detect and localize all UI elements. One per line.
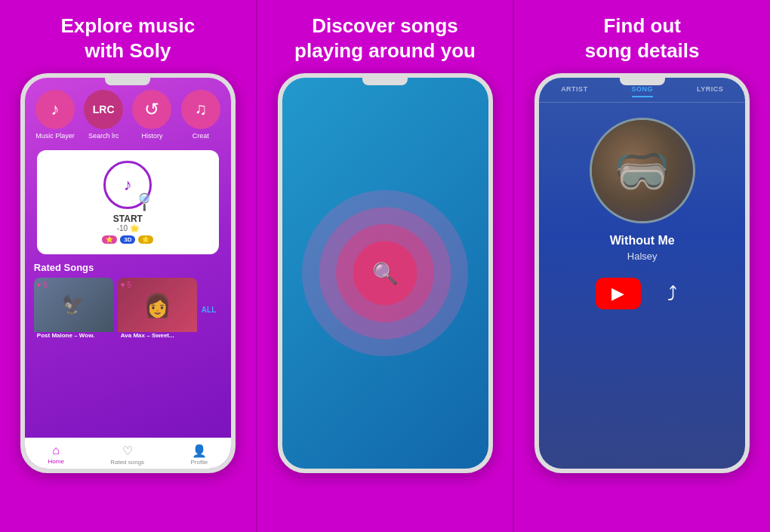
phone-3-screen: ARTIST SONG LYRICS 🥽 Without Me Halsey ▶… <box>539 78 745 469</box>
search-music-icon: ♪ <box>124 175 132 195</box>
youtube-button[interactable]: ▶ <box>596 278 641 309</box>
panel-3-title: Find outsong details <box>578 14 707 63</box>
history-item[interactable]: ↺ History <box>129 90 174 140</box>
nav-rated[interactable]: ♡ Rated songs <box>110 444 144 466</box>
create-icon-circle: ♫ <box>181 90 220 129</box>
nav-profile-label: Profile <box>190 459 208 466</box>
panel-discover: Discover songsplaying around you 🔍 <box>256 0 515 532</box>
create-item[interactable]: ♫ Creat <box>178 90 223 140</box>
search-box[interactable]: ♪ 🔍 START -10 🌟 ⭐ 3D 🌟 <box>37 150 219 254</box>
album-art-inner: 🥽 <box>592 120 693 221</box>
artist-name: Halsey <box>539 251 745 262</box>
nav-home-label: Home <box>48 458 64 465</box>
nav-profile[interactable]: 👤 Profile <box>190 444 208 466</box>
nav-home[interactable]: ⌂ Home <box>48 444 64 466</box>
home-icon: ⌂ <box>52 444 60 457</box>
songs-row: 🦅 ♥ 5 Post Malone – Wow. 👩 ♥ 5 Ava Max –… <box>34 278 222 342</box>
music-note-icon: ♪ <box>51 100 59 119</box>
album-art-decoration: 🥽 <box>614 144 670 198</box>
panel-song-details: Find outsong details ARTIST SONG LYRICS … <box>514 0 770 532</box>
rated-songs-title: Rated Songs <box>34 262 222 273</box>
points-label: -10 🌟 <box>117 224 139 232</box>
share-icon: ⤴ <box>667 282 677 306</box>
create-icon: ♫ <box>194 100 207 119</box>
youtube-icon: ▶ <box>611 284 624 303</box>
start-label: START <box>113 214 143 224</box>
song-detail-tabs: ARTIST SONG LYRICS <box>539 78 745 103</box>
song-thumb-ava-max[interactable]: 👩 ♥ 5 Ava Max – Sweet... <box>118 278 197 342</box>
badge-emoji: 🌟 <box>138 235 153 244</box>
song-thumb-post-malone[interactable]: 🦅 ♥ 5 Post Malone – Wow. <box>34 278 113 342</box>
share-button[interactable]: ⤴ <box>656 277 689 310</box>
badge-3d: 3D <box>120 235 135 244</box>
song-title: Without Me <box>539 234 745 248</box>
history-label: History <box>141 132 162 140</box>
history-icon: ↺ <box>144 99 159 120</box>
panel-2-title: Discover songsplaying around you <box>287 14 483 63</box>
search-lrc-label: Search lrc <box>88 132 119 140</box>
heart-icon-2: ♥ 5 <box>121 281 131 289</box>
sonar-visualizer: 🔍 <box>302 190 468 356</box>
rated-songs-section: Rated Songs 🦅 ♥ 5 Post Malone – Wow. 👩 ♥… <box>25 262 231 342</box>
create-label: Creat <box>192 132 209 140</box>
panel-1-title: Explore musicwith Soly <box>53 14 202 63</box>
history-icon-circle: ↺ <box>132 90 171 129</box>
lrc-icon: LRC <box>93 103 115 115</box>
sonar-center: 🔍 <box>368 257 402 290</box>
action-buttons: ▶ ⤴ <box>539 277 745 310</box>
album-art: 🥽 <box>590 118 695 223</box>
music-player-item[interactable]: ♪ Music Player <box>32 90 78 140</box>
profile-icon: 👤 <box>192 444 207 458</box>
phone-3: ARTIST SONG LYRICS 🥽 Without Me Halsey ▶… <box>534 73 750 473</box>
search-icon-wrap: ♪ 🔍 <box>103 161 152 209</box>
tab-song[interactable]: SONG <box>632 85 654 97</box>
bottom-nav: ⌂ Home ♡ Rated songs 👤 Profile <box>25 438 231 469</box>
icons-row: ♪ Music Player LRC Search lrc ↺ History <box>25 78 231 143</box>
panel-explore: Explore musicwith Soly ♪ Music Player LR… <box>0 0 256 532</box>
music-player-icon-circle: ♪ <box>35 90 75 129</box>
heart-nav-icon: ♡ <box>122 444 133 458</box>
phone-1: ♪ Music Player LRC Search lrc ↺ History <box>20 73 236 473</box>
tab-lyrics[interactable]: LYRICS <box>697 85 723 97</box>
music-player-label: Music Player <box>35 132 75 140</box>
phone-2: 🔍 <box>278 73 493 473</box>
search-lrc-icon-circle: LRC <box>84 90 123 129</box>
tab-artist[interactable]: ARTIST <box>561 85 588 97</box>
all-link[interactable]: ALL <box>202 306 216 314</box>
nav-rated-label: Rated songs <box>110 459 144 466</box>
badge-star: ⭐ <box>102 235 117 244</box>
song-title-1: Post Malone – Wow. <box>37 332 110 339</box>
search-lrc-item[interactable]: LRC Search lrc <box>81 90 126 140</box>
phone-1-screen: ♪ Music Player LRC Search lrc ↺ History <box>25 78 231 469</box>
heart-icon-1: ♥ 5 <box>37 281 48 289</box>
phone-2-screen: 🔍 <box>282 78 488 469</box>
badges-row: ⭐ 3D 🌟 <box>102 235 153 244</box>
magnifier-icon: 🔍 <box>133 189 156 213</box>
sonar-search-icon: 🔍 <box>372 261 399 286</box>
song-title-2: Ava Max – Sweet... <box>121 332 194 339</box>
